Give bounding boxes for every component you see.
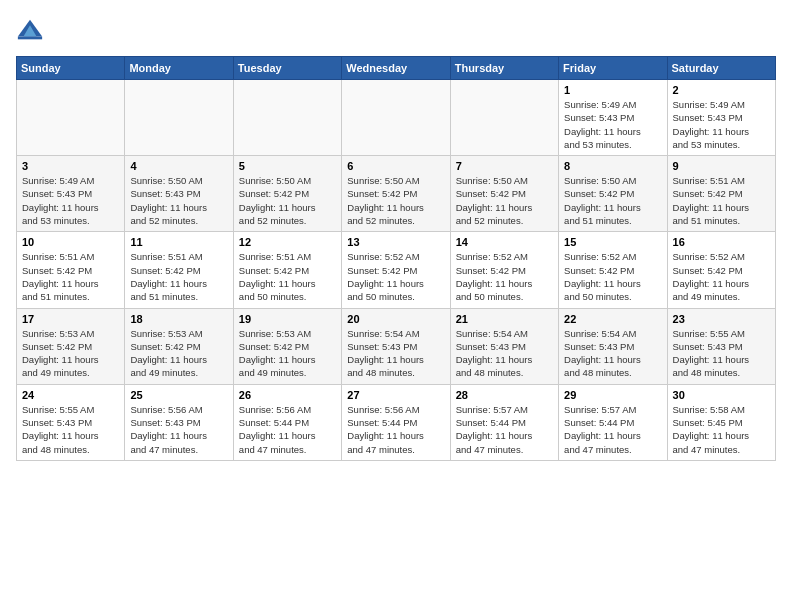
day-number: 11: [130, 236, 227, 248]
day-of-week-header: Sunday: [17, 57, 125, 80]
day-info: Sunrise: 5:53 AM Sunset: 5:42 PM Dayligh…: [22, 327, 119, 380]
day-info: Sunrise: 5:55 AM Sunset: 5:43 PM Dayligh…: [673, 327, 770, 380]
day-info: Sunrise: 5:55 AM Sunset: 5:43 PM Dayligh…: [22, 403, 119, 456]
calendar-week-row: 24Sunrise: 5:55 AM Sunset: 5:43 PM Dayli…: [17, 384, 776, 460]
calendar-day-cell: 6Sunrise: 5:50 AM Sunset: 5:42 PM Daylig…: [342, 156, 450, 232]
day-number: 26: [239, 389, 336, 401]
calendar-day-cell: 1Sunrise: 5:49 AM Sunset: 5:43 PM Daylig…: [559, 80, 667, 156]
calendar-day-cell: 23Sunrise: 5:55 AM Sunset: 5:43 PM Dayli…: [667, 308, 775, 384]
day-of-week-header: Wednesday: [342, 57, 450, 80]
day-number: 2: [673, 84, 770, 96]
day-info: Sunrise: 5:50 AM Sunset: 5:42 PM Dayligh…: [347, 174, 444, 227]
day-number: 9: [673, 160, 770, 172]
day-info: Sunrise: 5:54 AM Sunset: 5:43 PM Dayligh…: [456, 327, 553, 380]
day-of-week-header: Friday: [559, 57, 667, 80]
day-info: Sunrise: 5:50 AM Sunset: 5:42 PM Dayligh…: [456, 174, 553, 227]
calendar-day-cell: [342, 80, 450, 156]
day-number: 18: [130, 313, 227, 325]
calendar-day-cell: 5Sunrise: 5:50 AM Sunset: 5:42 PM Daylig…: [233, 156, 341, 232]
day-info: Sunrise: 5:57 AM Sunset: 5:44 PM Dayligh…: [564, 403, 661, 456]
day-info: Sunrise: 5:57 AM Sunset: 5:44 PM Dayligh…: [456, 403, 553, 456]
day-number: 19: [239, 313, 336, 325]
calendar-day-cell: [233, 80, 341, 156]
calendar-day-cell: 21Sunrise: 5:54 AM Sunset: 5:43 PM Dayli…: [450, 308, 558, 384]
calendar-day-cell: 16Sunrise: 5:52 AM Sunset: 5:42 PM Dayli…: [667, 232, 775, 308]
calendar-day-cell: 10Sunrise: 5:51 AM Sunset: 5:42 PM Dayli…: [17, 232, 125, 308]
calendar-day-cell: 15Sunrise: 5:52 AM Sunset: 5:42 PM Dayli…: [559, 232, 667, 308]
day-number: 23: [673, 313, 770, 325]
day-info: Sunrise: 5:52 AM Sunset: 5:42 PM Dayligh…: [456, 250, 553, 303]
calendar-day-cell: 26Sunrise: 5:56 AM Sunset: 5:44 PM Dayli…: [233, 384, 341, 460]
day-number: 17: [22, 313, 119, 325]
day-info: Sunrise: 5:51 AM Sunset: 5:42 PM Dayligh…: [130, 250, 227, 303]
day-number: 29: [564, 389, 661, 401]
calendar-day-cell: 30Sunrise: 5:58 AM Sunset: 5:45 PM Dayli…: [667, 384, 775, 460]
day-of-week-header: Tuesday: [233, 57, 341, 80]
day-number: 27: [347, 389, 444, 401]
day-info: Sunrise: 5:52 AM Sunset: 5:42 PM Dayligh…: [673, 250, 770, 303]
day-number: 30: [673, 389, 770, 401]
calendar-day-cell: 18Sunrise: 5:53 AM Sunset: 5:42 PM Dayli…: [125, 308, 233, 384]
calendar-day-cell: 14Sunrise: 5:52 AM Sunset: 5:42 PM Dayli…: [450, 232, 558, 308]
day-info: Sunrise: 5:54 AM Sunset: 5:43 PM Dayligh…: [347, 327, 444, 380]
calendar-header-row: SundayMondayTuesdayWednesdayThursdayFrid…: [17, 57, 776, 80]
day-of-week-header: Monday: [125, 57, 233, 80]
day-of-week-header: Thursday: [450, 57, 558, 80]
calendar-day-cell: 4Sunrise: 5:50 AM Sunset: 5:43 PM Daylig…: [125, 156, 233, 232]
day-number: 3: [22, 160, 119, 172]
day-info: Sunrise: 5:50 AM Sunset: 5:42 PM Dayligh…: [239, 174, 336, 227]
day-info: Sunrise: 5:50 AM Sunset: 5:42 PM Dayligh…: [564, 174, 661, 227]
calendar-day-cell: 3Sunrise: 5:49 AM Sunset: 5:43 PM Daylig…: [17, 156, 125, 232]
svg-rect-2: [18, 37, 42, 40]
day-info: Sunrise: 5:52 AM Sunset: 5:42 PM Dayligh…: [564, 250, 661, 303]
day-number: 28: [456, 389, 553, 401]
page-header: [16, 16, 776, 44]
calendar-week-row: 3Sunrise: 5:49 AM Sunset: 5:43 PM Daylig…: [17, 156, 776, 232]
calendar-week-row: 17Sunrise: 5:53 AM Sunset: 5:42 PM Dayli…: [17, 308, 776, 384]
calendar-table: SundayMondayTuesdayWednesdayThursdayFrid…: [16, 56, 776, 461]
calendar-day-cell: 13Sunrise: 5:52 AM Sunset: 5:42 PM Dayli…: [342, 232, 450, 308]
day-info: Sunrise: 5:52 AM Sunset: 5:42 PM Dayligh…: [347, 250, 444, 303]
day-number: 6: [347, 160, 444, 172]
calendar-day-cell: 19Sunrise: 5:53 AM Sunset: 5:42 PM Dayli…: [233, 308, 341, 384]
day-info: Sunrise: 5:49 AM Sunset: 5:43 PM Dayligh…: [22, 174, 119, 227]
calendar-day-cell: [125, 80, 233, 156]
day-info: Sunrise: 5:51 AM Sunset: 5:42 PM Dayligh…: [673, 174, 770, 227]
day-number: 20: [347, 313, 444, 325]
calendar-day-cell: 24Sunrise: 5:55 AM Sunset: 5:43 PM Dayli…: [17, 384, 125, 460]
logo-icon: [16, 16, 44, 44]
day-number: 5: [239, 160, 336, 172]
day-number: 7: [456, 160, 553, 172]
day-info: Sunrise: 5:56 AM Sunset: 5:43 PM Dayligh…: [130, 403, 227, 456]
day-number: 24: [22, 389, 119, 401]
day-number: 8: [564, 160, 661, 172]
day-info: Sunrise: 5:54 AM Sunset: 5:43 PM Dayligh…: [564, 327, 661, 380]
day-number: 12: [239, 236, 336, 248]
calendar-day-cell: 22Sunrise: 5:54 AM Sunset: 5:43 PM Dayli…: [559, 308, 667, 384]
calendar-week-row: 10Sunrise: 5:51 AM Sunset: 5:42 PM Dayli…: [17, 232, 776, 308]
day-info: Sunrise: 5:50 AM Sunset: 5:43 PM Dayligh…: [130, 174, 227, 227]
calendar-day-cell: 11Sunrise: 5:51 AM Sunset: 5:42 PM Dayli…: [125, 232, 233, 308]
day-info: Sunrise: 5:53 AM Sunset: 5:42 PM Dayligh…: [130, 327, 227, 380]
calendar-day-cell: 7Sunrise: 5:50 AM Sunset: 5:42 PM Daylig…: [450, 156, 558, 232]
day-number: 16: [673, 236, 770, 248]
calendar-day-cell: 8Sunrise: 5:50 AM Sunset: 5:42 PM Daylig…: [559, 156, 667, 232]
day-number: 13: [347, 236, 444, 248]
calendar-day-cell: [17, 80, 125, 156]
day-info: Sunrise: 5:51 AM Sunset: 5:42 PM Dayligh…: [22, 250, 119, 303]
calendar-day-cell: 9Sunrise: 5:51 AM Sunset: 5:42 PM Daylig…: [667, 156, 775, 232]
calendar-day-cell: 28Sunrise: 5:57 AM Sunset: 5:44 PM Dayli…: [450, 384, 558, 460]
day-info: Sunrise: 5:49 AM Sunset: 5:43 PM Dayligh…: [564, 98, 661, 151]
day-number: 21: [456, 313, 553, 325]
day-number: 14: [456, 236, 553, 248]
day-info: Sunrise: 5:49 AM Sunset: 5:43 PM Dayligh…: [673, 98, 770, 151]
day-info: Sunrise: 5:51 AM Sunset: 5:42 PM Dayligh…: [239, 250, 336, 303]
day-of-week-header: Saturday: [667, 57, 775, 80]
day-info: Sunrise: 5:53 AM Sunset: 5:42 PM Dayligh…: [239, 327, 336, 380]
day-number: 10: [22, 236, 119, 248]
calendar-day-cell: 17Sunrise: 5:53 AM Sunset: 5:42 PM Dayli…: [17, 308, 125, 384]
calendar-day-cell: [450, 80, 558, 156]
day-number: 22: [564, 313, 661, 325]
day-number: 25: [130, 389, 227, 401]
calendar-day-cell: 2Sunrise: 5:49 AM Sunset: 5:43 PM Daylig…: [667, 80, 775, 156]
